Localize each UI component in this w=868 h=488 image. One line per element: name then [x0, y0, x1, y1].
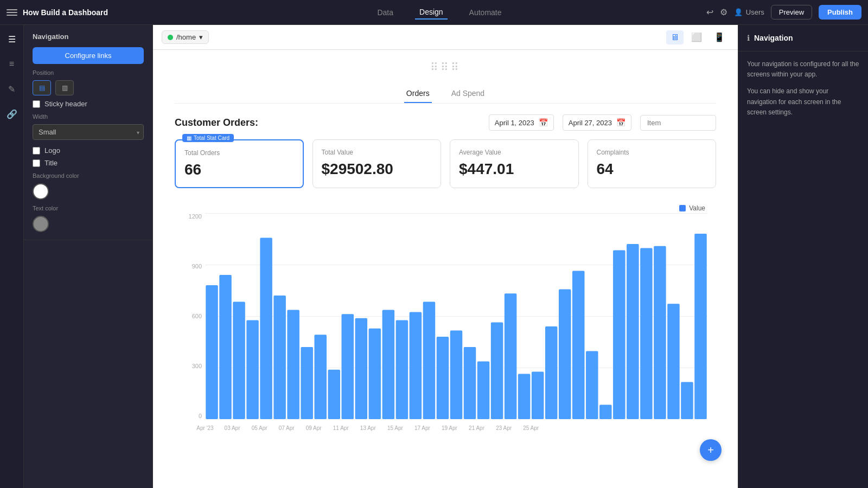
right-panel-desc-1: Your navigation is configured for all th…: [747, 59, 859, 80]
path-indicator[interactable]: /home ▾: [162, 30, 209, 44]
device-icons: 🖥 ⬜ 📱: [666, 30, 729, 44]
svg-rect-36: [694, 234, 707, 419]
canvas-area: /home ▾ 🖥 ⬜ 📱 ⠿⠿⠿ Orders Ad Spend Custom…: [153, 25, 738, 488]
x-label: 21 Apr: [469, 425, 484, 431]
chart-container: Value 1200 900 600 300 0: [175, 199, 716, 444]
mobile-button[interactable]: 📱: [710, 30, 729, 44]
settings-icon[interactable]: ⚙: [720, 5, 727, 20]
logo-row: Logo: [33, 146, 144, 155]
svg-rect-27: [572, 271, 585, 419]
title-row: Title: [33, 159, 144, 167]
date-to-filter[interactable]: April 27, 2023 📅: [563, 114, 631, 131]
background-color-label: Background color: [33, 172, 144, 179]
y-label-300: 300: [183, 363, 205, 369]
date-from-text: April 1, 2023: [495, 119, 534, 127]
layers-icon[interactable]: ☰: [4, 31, 20, 47]
chart-body: 1200 900 600 300 0: [183, 208, 707, 435]
list-icon[interactable]: ≡: [4, 56, 20, 72]
right-panel-body: Your navigation is configured for all th…: [738, 52, 868, 125]
svg-rect-17: [437, 337, 449, 419]
date-from-filter[interactable]: April 1, 2023 📅: [489, 114, 554, 131]
svg-rect-34: [667, 304, 680, 419]
x-label: 15 Apr: [387, 425, 403, 431]
stat-cards: ▦ Total Stat Card Total Orders 66 Total …: [175, 139, 716, 188]
adspend-tab[interactable]: Ad Spend: [449, 85, 487, 103]
tab-automate[interactable]: Automate: [465, 6, 506, 19]
title-checkbox[interactable]: [33, 159, 40, 167]
y-label-0: 0: [183, 413, 205, 419]
stat-card-value[interactable]: Total Value $29502.80: [312, 139, 442, 188]
sticky-header-row: Sticky header: [33, 100, 144, 108]
configure-links-button[interactable]: Configure links: [33, 47, 144, 64]
desktop-button[interactable]: 🖥: [666, 30, 684, 44]
svg-rect-11: [355, 318, 368, 419]
svg-rect-28: [586, 351, 598, 419]
topbar-right: ↩ ⚙ 👤 Users Preview Publish: [742, 5, 861, 20]
svg-rect-12: [369, 329, 381, 419]
background-color-swatch[interactable]: [33, 183, 49, 200]
stat-label-orders: Total Orders: [184, 149, 294, 157]
tablet-button[interactable]: ⬜: [687, 30, 706, 44]
users-button[interactable]: 👤 Users: [734, 8, 764, 16]
publish-button[interactable]: Publish: [819, 5, 861, 20]
preview-button[interactable]: Preview: [771, 5, 812, 20]
bar-chart-svg: [205, 213, 707, 419]
tab-design[interactable]: Design: [415, 5, 448, 20]
icon-bar: ☰ ≡ ✎ 🔗: [0, 25, 24, 488]
width-select-wrapper: Small Medium Large: [33, 124, 144, 140]
svg-rect-8: [314, 335, 327, 419]
item-filter-input[interactable]: [640, 115, 716, 131]
grid-dots-icon: ⠿⠿⠿: [175, 61, 716, 74]
right-panel-title: Navigation: [754, 34, 793, 42]
position-top-button[interactable]: ▥: [55, 80, 74, 95]
calendar-to-icon: 📅: [616, 118, 626, 127]
sticky-header-checkbox[interactable]: [33, 100, 40, 108]
orders-tab[interactable]: Orders: [404, 85, 432, 103]
svg-rect-18: [450, 331, 463, 419]
x-label: 07 Apr: [279, 425, 295, 431]
x-label: 19 Apr: [442, 425, 457, 431]
stat-card-complaints[interactable]: Complaints 64: [588, 139, 717, 188]
svg-rect-6: [287, 310, 299, 419]
stat-card-avg[interactable]: Average Value $447.01: [450, 139, 579, 188]
x-label: 03 Apr: [225, 425, 240, 431]
edit-icon[interactable]: ✎: [4, 81, 20, 97]
svg-rect-9: [328, 370, 341, 419]
info-icon: ℹ: [747, 34, 750, 42]
position-label: Position: [33, 69, 144, 76]
green-dot-icon: [168, 35, 173, 40]
svg-rect-0: [206, 285, 218, 419]
stat-value-avg: $447.01: [459, 160, 570, 178]
svg-rect-7: [301, 347, 313, 419]
history-icon[interactable]: ↩: [706, 5, 713, 20]
add-fab-button[interactable]: +: [700, 439, 722, 461]
stat-label-value: Total Value: [322, 149, 432, 156]
topbar-left: How Build a Dashboard: [7, 7, 137, 18]
left-panel: Navigation Configure links Position ▤ ▥ …: [24, 25, 153, 488]
x-label: 11 Apr: [333, 425, 349, 431]
stat-card-orders[interactable]: ▦ Total Stat Card Total Orders 66: [175, 139, 304, 188]
menu-icon[interactable]: [7, 7, 17, 18]
svg-rect-16: [423, 301, 436, 419]
tab-data[interactable]: Data: [373, 6, 398, 19]
logo-checkbox[interactable]: [33, 147, 40, 155]
svg-rect-29: [599, 404, 612, 419]
svg-rect-5: [273, 296, 286, 419]
right-panel: ℹ Navigation Your navigation is configur…: [738, 25, 868, 488]
bars-area: Apr '2303 Apr05 Apr07 Apr09 Apr11 Apr13 …: [205, 208, 707, 435]
link-icon[interactable]: 🔗: [4, 106, 20, 121]
sticky-header-label: Sticky header: [44, 100, 87, 108]
topbar-center: Data Design Automate: [137, 5, 742, 20]
canvas-toolbar: /home ▾ 🖥 ⬜ 📱: [153, 25, 738, 50]
svg-rect-1: [219, 275, 232, 419]
customer-orders-title: Customer Orders:: [175, 117, 480, 129]
svg-rect-19: [464, 347, 476, 419]
text-color-swatch[interactable]: [33, 216, 49, 232]
width-select[interactable]: Small Medium Large: [33, 124, 144, 140]
position-left-button[interactable]: ▤: [33, 80, 51, 95]
canvas-content: ⠿⠿⠿ Orders Ad Spend Customer Orders: Apr…: [153, 50, 738, 488]
x-labels-row: Apr '2303 Apr05 Apr07 Apr09 Apr11 Apr13 …: [205, 420, 707, 435]
svg-rect-26: [559, 290, 571, 419]
width-label: Width: [33, 113, 144, 120]
dashboard-tabs: Orders Ad Spend: [175, 85, 716, 104]
